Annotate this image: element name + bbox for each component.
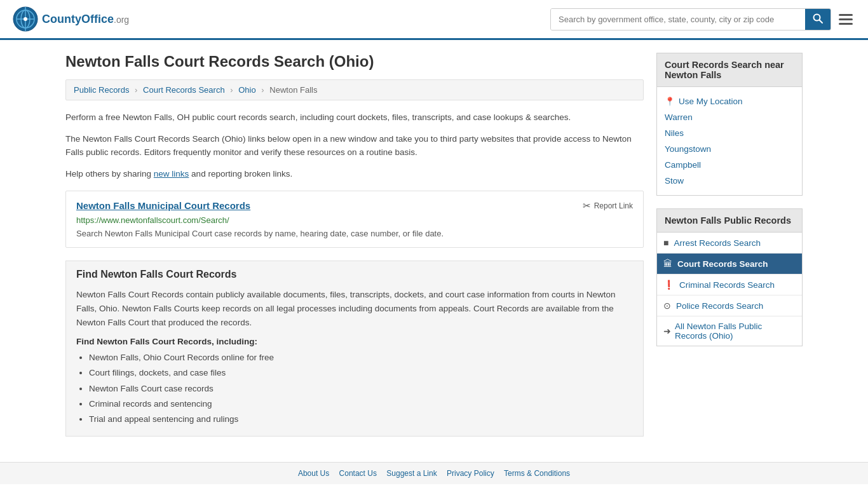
report-link-button[interactable]: ✂ Report Link <box>583 200 633 212</box>
scissors-icon: ✂ <box>583 200 591 212</box>
record-link-header: Newton Falls Municipal Court Records ✂ R… <box>76 200 633 212</box>
find-items-list: Newton Falls, Ohio Court Records online … <box>89 351 633 426</box>
hamburger-line <box>839 14 853 16</box>
use-my-location-link[interactable]: Use My Location <box>679 97 743 106</box>
sidebar-item-arrest-records[interactable]: ■ Arrest Records Search <box>657 233 802 254</box>
use-my-location-item[interactable]: 📍 Use My Location <box>665 93 794 109</box>
footer: About Us Contact Us Suggest a Link Priva… <box>0 462 868 484</box>
search-button[interactable] <box>805 9 831 30</box>
search-input-wrapper <box>550 8 831 30</box>
sidebar-all-records[interactable]: ➜ All Newton Falls Public Records (Ohio) <box>657 316 802 346</box>
breadcrumb-sep: › <box>230 85 233 95</box>
location-pin-icon: 📍 <box>665 97 675 106</box>
police-records-icon: ⊙ <box>663 301 671 311</box>
logo-area: CountyOffice.org <box>13 6 129 32</box>
breadcrumb-public-records[interactable]: Public Records <box>74 85 129 95</box>
report-link-label: Report Link <box>594 201 633 210</box>
sidebar-nearby-title: Court Records Search near Newton Falls <box>656 53 803 87</box>
list-item: Newton Falls Court case records <box>89 383 633 395</box>
description-paragraph-1: Perform a free Newton Falls, OH public c… <box>65 111 644 125</box>
stow-link[interactable]: Stow <box>665 176 684 186</box>
court-records-icon: 🏛 <box>663 259 672 269</box>
search-area <box>550 8 855 30</box>
all-records-link[interactable]: All Newton Falls Public Records (Ohio) <box>675 322 796 341</box>
location-youngstown[interactable]: Youngstown <box>665 141 794 157</box>
find-section-description: Newton Falls Court Records contain publi… <box>76 288 633 329</box>
arrest-records-link[interactable]: Arrest Records Search <box>674 238 761 248</box>
page-title: Newton Falls Court Records Search (Ohio) <box>65 53 644 71</box>
footer-privacy[interactable]: Privacy Policy <box>447 469 494 478</box>
description-paragraph-2: The Newton Falls Court Records Search (O… <box>65 132 644 159</box>
arrest-records-icon: ■ <box>663 238 668 248</box>
hamburger-menu-button[interactable] <box>836 11 855 27</box>
sidebar-item-police-records[interactable]: ⊙ Police Records Search <box>657 295 802 316</box>
campbell-link[interactable]: Campbell <box>665 160 701 170</box>
logo-icon <box>13 6 38 32</box>
footer-terms[interactable]: Terms & Conditions <box>504 469 570 478</box>
logo-org: .org <box>114 15 129 25</box>
warren-link[interactable]: Warren <box>665 112 693 122</box>
main-container: Newton Falls Court Records Search (Ohio)… <box>53 40 815 449</box>
record-link-description: Search Newton Falls Municipal Court case… <box>76 229 633 238</box>
record-link-title[interactable]: Newton Falls Municipal Court Records <box>76 200 250 211</box>
find-section-heading: Find Newton Falls Court Records <box>76 269 633 280</box>
location-campbell[interactable]: Campbell <box>665 157 794 173</box>
list-item: Trial and appeal sentencing and rulings <box>89 413 633 426</box>
search-input[interactable] <box>551 9 805 30</box>
sidebar: Court Records Search near Newton Falls 📍… <box>656 53 803 437</box>
arrow-right-icon: ➜ <box>663 326 671 336</box>
criminal-records-icon: ❗ <box>663 280 674 290</box>
footer-about[interactable]: About Us <box>298 469 329 478</box>
sidebar-nearby-section: Court Records Search near Newton Falls 📍… <box>656 53 803 196</box>
sidebar-public-records-section: Newton Falls Public Records ■ Arrest Rec… <box>656 208 803 346</box>
list-item: Criminal records and sentencing <box>89 398 633 410</box>
breadcrumb-sep: › <box>135 85 137 95</box>
youngstown-link[interactable]: Youngstown <box>665 144 711 154</box>
footer-contact[interactable]: Contact Us <box>339 469 377 478</box>
sidebar-public-records-content: ■ Arrest Records Search 🏛 Court Records … <box>656 233 803 346</box>
criminal-records-link[interactable]: Criminal Records Search <box>679 280 775 290</box>
police-records-link[interactable]: Police Records Search <box>676 301 763 311</box>
sidebar-nearby-content: 📍 Use My Location Warren Niles Youngstow… <box>656 87 803 196</box>
court-records-link[interactable]: Court Records Search <box>677 259 768 269</box>
find-section: Find Newton Falls Court Records Newton F… <box>65 261 644 437</box>
breadcrumb-sep: › <box>261 85 264 95</box>
list-item: Newton Falls, Ohio Court Records online … <box>89 351 633 364</box>
niles-link[interactable]: Niles <box>665 128 684 138</box>
record-link-box: Newton Falls Municipal Court Records ✂ R… <box>65 191 644 248</box>
footer-suggest[interactable]: Suggest a Link <box>386 469 437 478</box>
sidebar-item-court-records[interactable]: 🏛 Court Records Search <box>657 254 802 274</box>
breadcrumb: Public Records › Court Records Search › … <box>65 79 644 100</box>
logo-text: CountyOffice.org <box>42 13 129 26</box>
content-area: Newton Falls Court Records Search (Ohio)… <box>65 53 644 437</box>
list-item: Court filings, dockets, and case files <box>89 367 633 379</box>
breadcrumb-court-records[interactable]: Court Records Search <box>143 85 225 95</box>
sidebar-public-records-title: Newton Falls Public Records <box>656 208 803 233</box>
find-including-heading: Find Newton Falls Court Records, includi… <box>76 337 633 346</box>
svg-point-5 <box>24 17 27 21</box>
svg-line-7 <box>820 20 823 23</box>
record-link-url: https://www.newtonfallscourt.com/Search/ <box>76 215 633 225</box>
location-stow[interactable]: Stow <box>665 173 794 189</box>
hamburger-line <box>839 23 853 25</box>
new-links-link[interactable]: new links <box>154 169 189 179</box>
breadcrumb-newton-falls: Newton Falls <box>269 85 317 95</box>
site-header: CountyOffice.org <box>0 0 868 40</box>
location-warren[interactable]: Warren <box>665 109 794 125</box>
description-paragraph-3: Help others by sharing new links and rep… <box>65 167 644 181</box>
hamburger-line <box>839 18 853 20</box>
description-area: Perform a free Newton Falls, OH public c… <box>65 111 644 180</box>
breadcrumb-ohio[interactable]: Ohio <box>238 85 255 95</box>
sidebar-item-criminal-records[interactable]: ❗ Criminal Records Search <box>657 274 802 295</box>
location-niles[interactable]: Niles <box>665 125 794 141</box>
logo-name: CountyOffice <box>42 13 114 25</box>
